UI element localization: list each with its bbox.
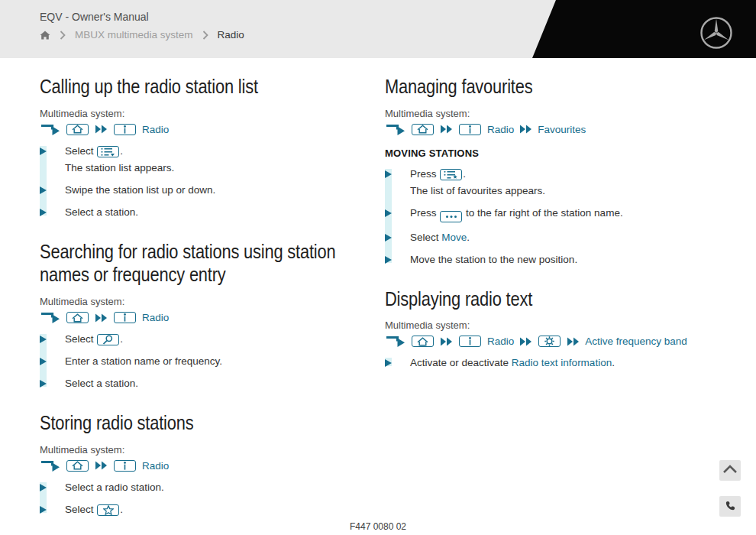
- section-title: Displaying radio text: [385, 287, 696, 311]
- info-icon: [114, 460, 136, 472]
- step-text: Select: [65, 145, 96, 157]
- system-label: Multimedia system:: [40, 108, 385, 119]
- section-title: Searching for radio stations using stati…: [40, 240, 330, 287]
- station-list-icon: [97, 146, 119, 157]
- system-label: Multimedia system:: [40, 296, 385, 307]
- breadcrumb: MBUX multimedia system Radio: [40, 29, 244, 41]
- steps-list: Select .The station list appears.Swipe t…: [40, 144, 385, 219]
- bullet-triangle-icon: [385, 256, 392, 264]
- step-text: to the far right of the station name.: [463, 207, 622, 219]
- header: EQV - Owner's Manual MBUX multimedia sys…: [0, 0, 756, 58]
- step-result: The station list appears.: [40, 160, 385, 175]
- step-content: Activate or deactivate Radio text inform…: [410, 355, 615, 370]
- step-text: The list of favourites appears.: [410, 185, 545, 196]
- step-bullet: [385, 355, 410, 370]
- chevron-right-icon: [202, 31, 208, 40]
- section-title: Storing radio stations: [40, 411, 330, 435]
- info-icon: [459, 336, 481, 347]
- step-content: Move the station to the new position.: [410, 252, 577, 267]
- section-title: Calling up the radio station list: [40, 75, 330, 99]
- menu-path: RadioFavourites: [385, 123, 756, 136]
- step-bullet: [40, 144, 65, 158]
- path-label: Radio: [142, 124, 169, 135]
- link-radio-text-information[interactable]: Radio text information: [512, 357, 612, 368]
- scroll-to-top-button[interactable]: [719, 460, 741, 481]
- home-icon: [66, 312, 89, 323]
- double-chevron-icon: [519, 125, 532, 134]
- step-bullet: [385, 252, 410, 267]
- double-chevron-icon: [95, 125, 108, 134]
- step-bullet: [385, 230, 410, 245]
- double-chevron-icon: [440, 337, 453, 346]
- step-item: Activate or deactivate Radio text inform…: [385, 355, 756, 370]
- manual-section: Storing radio stationsMultimedia system:…: [40, 411, 385, 517]
- dots-icon: [440, 211, 462, 222]
- path-label: Favourites: [538, 124, 586, 135]
- step-text: .: [120, 504, 123, 515]
- home-icon: [412, 124, 434, 135]
- section-title-line: Storing radio stations: [40, 411, 330, 435]
- step-item: Select a radio station.: [40, 480, 385, 494]
- section-title-line: Managing favourites: [385, 75, 696, 99]
- link-move[interactable]: Move: [441, 232, 467, 243]
- manual-section: Managing favouritesMultimedia system:Rad…: [385, 75, 756, 267]
- chevron-up-icon: [722, 465, 738, 476]
- contact-button[interactable]: [719, 496, 741, 517]
- header-wedge: [532, 0, 756, 58]
- star-icon: [97, 504, 119, 516]
- step-text: Select: [65, 333, 96, 345]
- bullet-triangle-icon: [40, 506, 47, 514]
- step-content: Press to the far right of the station na…: [410, 206, 623, 222]
- step-content: Select a radio station.: [65, 480, 164, 494]
- bullet-triangle-icon: [40, 148, 47, 155]
- step-bullet: [40, 376, 65, 391]
- step-text: .: [463, 168, 466, 180]
- manual-title: EQV - Owner's Manual: [40, 11, 149, 23]
- step-item: Press to the far right of the station na…: [385, 206, 756, 222]
- bullet-triangle-icon: [40, 209, 47, 216]
- step-text: Swipe the station list up or down.: [65, 184, 215, 196]
- steps-list: Press .The list of favourites appears.Pr…: [385, 167, 756, 267]
- step-text: The station list appears.: [65, 162, 174, 173]
- step-item: Select Move.: [385, 230, 756, 245]
- step-text: Select a station.: [65, 206, 138, 218]
- breadcrumb-item-parent[interactable]: MBUX multimedia system: [75, 29, 193, 41]
- step-content: Select a station.: [65, 205, 138, 219]
- double-chevron-icon: [95, 461, 108, 470]
- section-title-line: names or frequency entry: [40, 263, 330, 287]
- steps-list: Select .Enter a station name or frequenc…: [40, 332, 385, 391]
- mercedes-star-icon: [699, 15, 734, 54]
- double-chevron-icon: [519, 337, 532, 346]
- right-column: Managing favouritesMultimedia system:Rad…: [385, 58, 756, 517]
- step-text: Select: [65, 504, 96, 515]
- section-title-line: Displaying radio text: [385, 287, 696, 311]
- menu-path: Radio: [40, 123, 385, 136]
- bullet-triangle-icon: [385, 209, 392, 217]
- path-arrow-icon: [385, 335, 405, 348]
- list-star-icon: [440, 169, 462, 180]
- system-label: Multimedia system:: [40, 444, 385, 456]
- section-title-line: Calling up the radio station list: [40, 75, 330, 99]
- section-title: Managing favourites: [385, 75, 696, 99]
- menu-path: Radio: [40, 459, 385, 472]
- step-result: The list of favourites appears.: [385, 183, 756, 198]
- step-item: Enter a station name or frequency.: [40, 354, 385, 368]
- steps-list: Activate or deactivate Radio text inform…: [385, 355, 756, 370]
- bullet-triangle-icon: [385, 234, 392, 242]
- step-text: Select a station.: [65, 378, 138, 389]
- page: EQV - Owner's Manual MBUX multimedia sys…: [0, 0, 756, 535]
- step-item: Swipe the station list up or down.: [40, 183, 385, 197]
- info-icon: [114, 124, 136, 135]
- step-item: Select .: [40, 144, 385, 158]
- step-item: Select a station.: [40, 376, 385, 391]
- step-content: Select .: [65, 144, 123, 158]
- step-text: Enter a station name or frequency.: [65, 355, 222, 367]
- path-label: Radio: [487, 124, 514, 135]
- bullet-triangle-icon: [40, 484, 47, 491]
- step-item: Select .: [40, 332, 385, 346]
- step-bullet: [40, 205, 65, 219]
- step-bullet: [40, 332, 65, 346]
- home-icon[interactable]: [40, 31, 50, 40]
- step-bullet: [40, 183, 65, 197]
- menu-path: RadioActive frequency band: [385, 335, 756, 348]
